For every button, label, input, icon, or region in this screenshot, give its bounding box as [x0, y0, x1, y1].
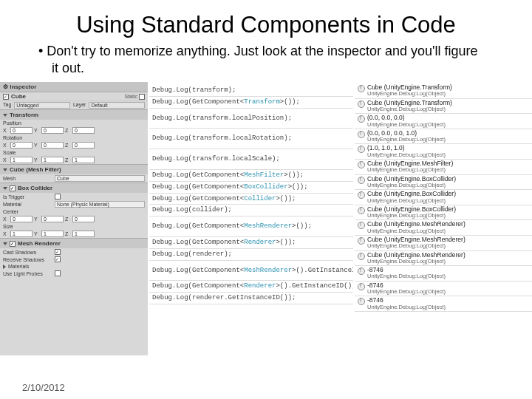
log-row: -8746UnityEngine.Debug:Log(Object) — [355, 296, 532, 312]
log-row: -8746UnityEngine.Debug:Log(Object) — [355, 282, 532, 297]
layer-dropdown[interactable]: Default — [89, 102, 145, 109]
active-checkbox[interactable] — [3, 94, 9, 100]
pos-z-field[interactable]: 0 — [72, 127, 95, 134]
pos-y-field[interactable]: 0 — [41, 127, 64, 134]
info-icon — [358, 100, 365, 108]
info-icon — [358, 283, 365, 290]
log-row: (1.0, 1.0, 1.0)UnityEngine.Debug:Log(Obj… — [355, 144, 532, 160]
log-row: Cube (UnityEngine.BoxCollider)UnityEngin… — [355, 175, 532, 191]
content-area: ⚙ Inspector Cube Static Tag Untagged Lay… — [0, 82, 532, 355]
chevron-down-icon — [3, 114, 7, 117]
chevron-down-icon — [3, 242, 7, 245]
info-icon — [358, 161, 365, 168]
code-line: Debug.Log(GetComponent<Collider>()); — [149, 194, 353, 205]
collider-enabled-checkbox[interactable] — [10, 185, 16, 191]
position-row: X0 Y0 Z0 — [0, 126, 148, 134]
tag-layer-row: Tag Untagged Layer Default — [0, 101, 148, 109]
receive-shadows-checkbox[interactable] — [55, 256, 61, 262]
mesh-filter-section[interactable]: Cube (Mesh Filter) — [0, 164, 148, 174]
log-row: Cube (UnityEngine.MeshRenderer)UnityEngi… — [355, 220, 532, 236]
code-line: Debug.Log(renderer.GetInstanceID()); — [149, 293, 353, 304]
mesh-field[interactable]: Cube — [55, 175, 145, 182]
code-line: Debug.Log(GetComponent<MeshFilter>()); — [149, 170, 353, 182]
info-icon — [358, 253, 365, 260]
code-line: Debug.Log(collider); — [149, 205, 353, 216]
log-row: Cube (UnityEngine.MeshRenderer)UnityEngi… — [355, 236, 532, 251]
physic-material-field[interactable]: None (Physic Material) — [55, 201, 145, 208]
gear-icon: ⚙ — [3, 83, 8, 90]
mesh-renderer-section[interactable]: Mesh Renderer — [0, 238, 148, 248]
cast-shadows-checkbox[interactable] — [55, 249, 61, 255]
code-line: Debug.Log(GetComponent<BoxCollider>()); — [149, 182, 353, 194]
code-line: Debug.Log(transform); — [149, 85, 353, 97]
chevron-down-icon — [3, 187, 7, 190]
log-row: Cube (UnityEngine.MeshFilter)UnityEngine… — [355, 160, 532, 175]
log-row: Cube (UnityEngine.Transform)UnityEngine.… — [355, 99, 532, 115]
info-icon — [358, 267, 365, 275]
code-line: Debug.Log(transform.localRotation); — [149, 129, 353, 149]
page-title: Using Standard Components in Code — [0, 0, 532, 43]
box-collider-section[interactable]: Box Collider — [0, 183, 148, 193]
scale-row: X1 Y1 Z1 — [0, 156, 148, 164]
inspector-panel: ⚙ Inspector Cube Static Tag Untagged Lay… — [0, 82, 148, 355]
chevron-down-icon — [3, 168, 7, 171]
console-panel: Cube (UnityEngine.Transform)UnityEngine.… — [355, 82, 532, 355]
slide-date: 2/10/2012 — [22, 382, 65, 393]
code-line: Debug.Log(GetComponent<MeshRenderer>().G… — [149, 261, 353, 282]
code-line: Debug.Log(GetComponent<MeshRenderer>()); — [149, 216, 353, 237]
tag-dropdown[interactable]: Untagged — [14, 102, 70, 109]
code-line: Debug.Log(GetComponent<Renderer>()); — [149, 237, 353, 249]
pos-x-field[interactable]: 0 — [10, 127, 33, 134]
info-icon — [358, 177, 365, 184]
info-icon — [358, 222, 365, 229]
code-line: Debug.Log(GetComponent<Transform>()); — [149, 97, 353, 109]
log-row: Cube (UnityEngine.MeshRenderer)UnityEngi… — [355, 251, 532, 267]
log-row: Cube (UnityEngine.BoxCollider)UnityEngin… — [355, 205, 532, 221]
code-line: Debug.Log(GetComponent<Renderer>().GetIn… — [149, 281, 353, 293]
inspector-header: ⚙ Inspector — [0, 82, 148, 92]
light-probes-checkbox[interactable] — [55, 270, 61, 276]
object-name-row[interactable]: Cube Static — [0, 92, 148, 101]
chevron-right-icon — [3, 265, 6, 269]
code-line: Debug.Log(transform.localPosition); — [149, 109, 353, 129]
log-row: (0.0, 0.0, 0.0, 1.0)UnityEngine.Debug:Lo… — [355, 129, 532, 145]
log-row: Cube (UnityEngine.Transform)UnityEngine.… — [355, 83, 532, 99]
rotation-row: X0 Y0 Z0 — [0, 141, 148, 149]
info-icon — [358, 131, 365, 138]
code-line: Debug.Log(renderer); — [149, 249, 353, 261]
code-line: Debug.Log(transform.localScale); — [149, 149, 353, 170]
log-row: Cube (UnityEngine.BoxCollider)UnityEngin… — [355, 190, 532, 205]
bullet-text: Don't try to memorize anything. Just loo… — [0, 43, 532, 82]
info-icon — [358, 298, 365, 305]
is-trigger-checkbox[interactable] — [55, 194, 61, 200]
info-icon — [358, 146, 365, 153]
log-row: -8746UnityEngine.Debug:Log(Object) — [355, 266, 532, 282]
info-icon — [358, 237, 365, 245]
info-icon — [358, 207, 365, 214]
static-checkbox[interactable] — [139, 94, 145, 100]
transform-section[interactable]: Transform — [0, 109, 148, 120]
code-panel: Debug.Log(transform); Debug.Log(GetCompo… — [148, 82, 355, 355]
info-icon — [358, 115, 365, 123]
log-row: (0.0, 0.0, 0.0)UnityEngine.Debug:Log(Obj… — [355, 114, 532, 129]
info-icon — [358, 85, 365, 92]
renderer-enabled-checkbox[interactable] — [10, 241, 16, 247]
info-icon — [358, 191, 365, 199]
